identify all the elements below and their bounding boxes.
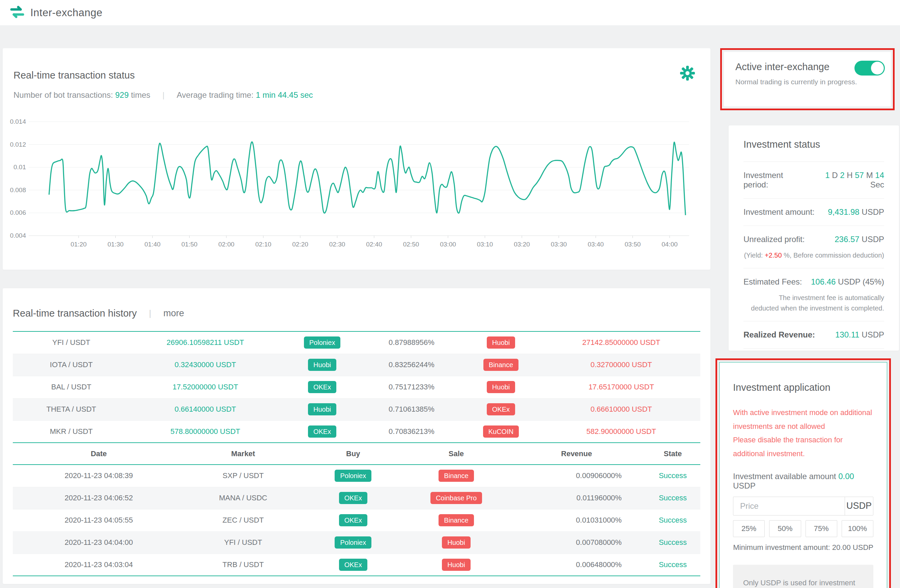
column-header-revenue: Revenue [508,443,645,464]
sale-cell: Huobi [405,554,508,576]
buy-exchange-badge: OKEx [308,381,336,393]
buy-exchange-badge: OKEx [339,492,367,504]
investment-warning: With active investment mode on additiona… [733,406,874,461]
pair-cell: IOTA / USDT [13,354,130,376]
buy-cell: OKEx [301,554,405,576]
investment-amount-label: Investment amount: [743,207,815,217]
live-transactions-table: YFI / USDT26906.10598211 USDTPoloniex0.8… [13,331,700,443]
buy-exchange-cell: Huobi [281,354,364,376]
buy-exchange-badge: OKEx [308,426,336,438]
toggle-knob [871,62,884,74]
sale-amount-cell: 17.65170000 USDT [542,376,700,398]
svg-text:02:20: 02:20 [292,241,308,248]
svg-text:04:00: 04:00 [661,241,678,248]
inter-exchange-logo-icon [9,5,25,20]
settings-gear-icon[interactable] [680,65,695,81]
sale-cell: Coinbase Pro [405,487,508,509]
estimated-fees-row: Estimated Fees: 106.46 USDP (45%) [743,268,884,296]
sale-exchange-badge: Huobi [442,536,470,549]
sale-exchange-cell: Binance [460,354,542,376]
more-link[interactable]: more [163,308,184,319]
history-row: 2020-11-23 04:03:04TRB / USDTOKExHuobi0.… [13,554,700,576]
unrealized-profit-row: Unrealized profit: 236.57 USDP [743,226,884,253]
date-cell: 2020-11-23 04:03:04 [13,554,185,576]
buy-amount-cell: 0.32430000 USDT [130,354,281,376]
buy-cell: Poloniex [301,464,405,487]
history-row: 2020-11-23 04:06:52MANA / USDCOKExCoinba… [13,487,700,509]
date-cell: 2020-11-23 04:04:00 [13,531,185,554]
percent-50-button[interactable]: 50% [769,520,801,537]
revenue-cell: 0.01031000% [508,509,645,531]
estimated-fees-label: Estimated Fees: [743,277,802,286]
market-cell: MANA / USDC [185,487,301,509]
currency-suffix: USDP [845,497,873,515]
svg-text:02:40: 02:40 [366,241,382,248]
live-transaction-row: MKR / USDT578.80000000 USDTOKEx0.7083621… [13,421,700,443]
live-transaction-row: BAL / USDT17.52000000 USDTOKEx0.75171233… [13,376,700,398]
state-cell: Success [645,509,700,531]
sale-amount-cell: 582.90000000 USDT [542,421,700,443]
sale-exchange-cell: OKEx [460,398,542,421]
buy-cell: OKEx [301,487,405,509]
date-cell: 2020-11-23 04:05:55 [13,509,185,531]
percent-100-button[interactable]: 100% [842,520,874,537]
revenue-cell: 0.00906000% [508,464,645,487]
fees-note: The investment fee is automatically dedu… [749,292,884,321]
live-transaction-row: IOTA / USDT0.32430000 USDTHuobi0.8325624… [13,354,700,376]
buy-exchange-badge: Huobi [308,359,336,371]
top-bar: Inter-exchange [0,0,900,25]
spread-cell: 0.75171233% [363,376,459,398]
transaction-history-card: Real-time transaction history | more YFI… [3,288,711,584]
svg-text:0.012: 0.012 [10,141,26,148]
estimated-fees-value: 106.46 USDP (45%) [811,277,884,286]
svg-text:01:20: 01:20 [70,241,87,248]
minimum-investment-note: Minimum investment amount: 20.00 USDP [733,543,874,552]
percent-25-button[interactable]: 25% [733,520,765,537]
annotation-box-application: Investment application With active inves… [715,358,891,588]
svg-text:0.004: 0.004 [10,232,26,239]
buy-exchange-cell: OKEx [281,376,364,398]
buy-exchange-badge: OKEx [339,559,367,571]
status-card-title: Real-time transaction status [14,48,700,81]
history-separator: | [149,308,151,319]
investment-amount-row: Investment amount: 9,431.98 USDP [743,199,884,226]
state-cell: Success [645,487,700,509]
percent-75-button[interactable]: 75% [805,520,837,537]
svg-text:03:50: 03:50 [625,241,641,248]
column-header-date: Date [13,443,185,464]
sale-exchange-badge: Huobi [487,381,515,393]
sale-cell: Huobi [405,531,508,554]
svg-text:02:30: 02:30 [329,241,345,248]
buy-amount-cell: 578.80000000 USDT [130,421,281,443]
bot-transactions-value: 929 [115,90,129,99]
buy-exchange-cell: Huobi [281,398,364,421]
investment-period-value: 1 D 2 H 57 M 14 Sec [810,170,884,189]
live-transaction-row: YFI / USDT26906.10598211 USDTPoloniex0.8… [13,331,700,354]
transactions-line-chart: 0.0140.0120.010.0080.0060.00401:2001:300… [8,116,698,261]
svg-text:0.01: 0.01 [14,164,26,170]
pair-cell: MKR / USDT [13,421,130,443]
column-header-sale: Sale [405,443,508,464]
svg-text:01:50: 01:50 [182,241,198,248]
sale-exchange-badge: Binance [439,514,473,526]
state-cell: Success [645,464,700,487]
page-title: Inter-exchange [30,7,102,19]
investment-period-row: Investment period: 1 D 2 H 57 M 14 Sec [743,162,884,198]
pair-cell: BAL / USDT [13,376,130,398]
stats-separator: | [163,90,164,100]
available-amount-line: Investment available amount 0.00 USDP [733,472,874,491]
revenue-cell: 0.00648000% [508,554,645,576]
active-toggle[interactable] [855,61,885,76]
live-transaction-row: THETA / USDT0.66140000 USDTHuobi0.710613… [13,398,700,421]
column-header-market: Market [185,443,301,464]
sale-exchange-badge: Binance [439,470,473,482]
buy-exchange-cell: OKEx [281,421,364,443]
sale-cell: Binance [405,464,508,487]
completed-transactions-table: DateMarketBuySaleRevenueState 2020-11-23… [13,443,700,576]
svg-text:03:10: 03:10 [477,241,493,248]
price-input[interactable] [733,497,845,515]
revenue-cell: 0.00708000% [508,531,645,554]
svg-text:01:30: 01:30 [108,241,124,248]
svg-text:02:50: 02:50 [403,241,419,248]
warning-line-1: With active investment mode on additiona… [733,406,874,433]
